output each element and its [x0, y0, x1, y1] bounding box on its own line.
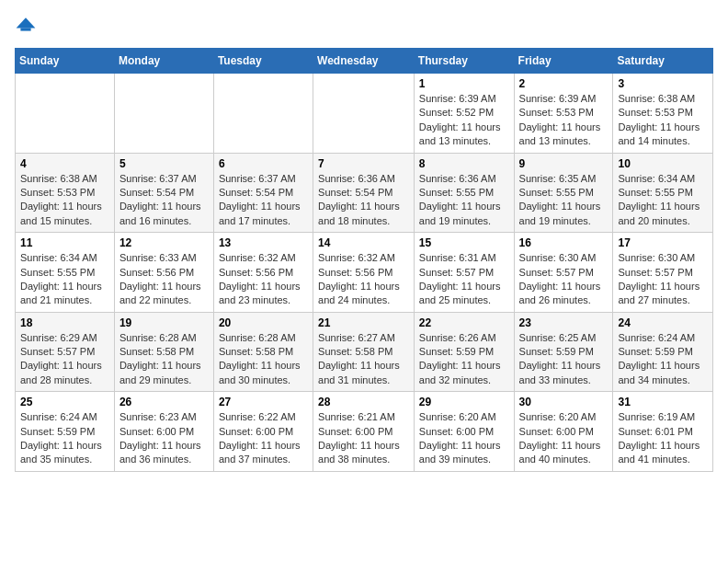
calendar-cell: 27Sunrise: 6:22 AM Sunset: 6:00 PM Dayli…	[213, 392, 313, 472]
day-number: 17	[618, 236, 708, 249]
svg-rect-1	[20, 28, 30, 30]
day-number: 1	[419, 77, 509, 90]
day-number: 14	[318, 236, 409, 249]
day-number: 31	[618, 396, 708, 408]
day-number: 26	[119, 396, 209, 408]
day-info: Sunrise: 6:39 AM Sunset: 5:53 PM Dayligh…	[519, 92, 609, 149]
day-info: Sunrise: 6:29 AM Sunset: 5:57 PM Dayligh…	[20, 331, 109, 388]
day-info: Sunrise: 6:36 AM Sunset: 5:54 PM Dayligh…	[318, 172, 409, 229]
calendar-cell: 11Sunrise: 6:34 AM Sunset: 5:55 PM Dayli…	[16, 233, 115, 313]
day-info: Sunrise: 6:30 AM Sunset: 5:57 PM Dayligh…	[519, 251, 609, 308]
calendar-cell	[16, 74, 115, 154]
weekday-header-friday: Friday	[514, 49, 613, 74]
day-number: 4	[20, 157, 109, 170]
calendar-cell	[114, 74, 213, 154]
calendar-cell: 17Sunrise: 6:30 AM Sunset: 5:57 PM Dayli…	[613, 233, 713, 313]
day-info: Sunrise: 6:32 AM Sunset: 5:56 PM Dayligh…	[318, 251, 409, 308]
weekday-header-saturday: Saturday	[613, 49, 713, 74]
day-number: 10	[618, 157, 708, 170]
day-info: Sunrise: 6:26 AM Sunset: 5:59 PM Dayligh…	[419, 331, 509, 388]
day-number: 24	[618, 316, 708, 329]
day-info: Sunrise: 6:32 AM Sunset: 5:56 PM Dayligh…	[219, 251, 308, 308]
weekday-header-thursday: Thursday	[414, 49, 514, 74]
day-info: Sunrise: 6:33 AM Sunset: 5:56 PM Dayligh…	[119, 251, 209, 308]
day-info: Sunrise: 6:34 AM Sunset: 5:55 PM Dayligh…	[618, 172, 708, 229]
calendar-cell: 29Sunrise: 6:20 AM Sunset: 6:00 PM Dayli…	[414, 392, 514, 472]
calendar-week-3: 18Sunrise: 6:29 AM Sunset: 5:57 PM Dayli…	[16, 312, 713, 392]
day-number: 2	[519, 77, 609, 90]
calendar-cell: 10Sunrise: 6:34 AM Sunset: 5:55 PM Dayli…	[613, 153, 713, 233]
weekday-header-wednesday: Wednesday	[313, 49, 415, 74]
day-info: Sunrise: 6:21 AM Sunset: 6:00 PM Dayligh…	[318, 410, 409, 467]
day-info: Sunrise: 6:28 AM Sunset: 5:58 PM Dayligh…	[119, 331, 209, 388]
day-number: 19	[119, 316, 209, 329]
calendar-cell	[313, 74, 415, 154]
day-number: 27	[219, 396, 308, 408]
day-info: Sunrise: 6:35 AM Sunset: 5:55 PM Dayligh…	[519, 172, 609, 229]
day-info: Sunrise: 6:34 AM Sunset: 5:55 PM Dayligh…	[20, 251, 109, 308]
calendar-cell: 6Sunrise: 6:37 AM Sunset: 5:54 PM Daylig…	[213, 153, 313, 233]
weekday-header-monday: Monday	[114, 49, 213, 74]
day-info: Sunrise: 6:24 AM Sunset: 5:59 PM Dayligh…	[618, 331, 708, 388]
day-number: 12	[119, 236, 209, 249]
weekday-header-sunday: Sunday	[16, 49, 115, 74]
day-info: Sunrise: 6:24 AM Sunset: 5:59 PM Dayligh…	[20, 410, 109, 467]
calendar-cell: 12Sunrise: 6:33 AM Sunset: 5:56 PM Dayli…	[114, 233, 213, 313]
calendar-cell: 18Sunrise: 6:29 AM Sunset: 5:57 PM Dayli…	[16, 312, 115, 392]
day-number: 8	[419, 157, 509, 170]
calendar-cell: 15Sunrise: 6:31 AM Sunset: 5:57 PM Dayli…	[414, 233, 514, 313]
day-info: Sunrise: 6:27 AM Sunset: 5:58 PM Dayligh…	[318, 331, 409, 388]
day-number: 23	[519, 316, 609, 329]
day-number: 11	[20, 236, 109, 249]
calendar-cell: 1Sunrise: 6:39 AM Sunset: 5:52 PM Daylig…	[414, 74, 514, 154]
calendar-cell: 23Sunrise: 6:25 AM Sunset: 5:59 PM Dayli…	[514, 312, 613, 392]
calendar-cell: 9Sunrise: 6:35 AM Sunset: 5:55 PM Daylig…	[514, 153, 613, 233]
calendar-cell: 4Sunrise: 6:38 AM Sunset: 5:53 PM Daylig…	[16, 153, 115, 233]
calendar-cell: 31Sunrise: 6:19 AM Sunset: 6:01 PM Dayli…	[613, 392, 713, 472]
svg-marker-0	[17, 17, 36, 28]
day-info: Sunrise: 6:31 AM Sunset: 5:57 PM Dayligh…	[419, 251, 509, 308]
day-info: Sunrise: 6:30 AM Sunset: 5:57 PM Dayligh…	[618, 251, 708, 308]
day-info: Sunrise: 6:39 AM Sunset: 5:52 PM Dayligh…	[419, 92, 509, 149]
calendar-cell: 28Sunrise: 6:21 AM Sunset: 6:00 PM Dayli…	[313, 392, 415, 472]
calendar-week-4: 25Sunrise: 6:24 AM Sunset: 5:59 PM Dayli…	[16, 392, 713, 472]
logo	[15, 15, 40, 37]
weekday-header-tuesday: Tuesday	[213, 49, 313, 74]
day-info: Sunrise: 6:28 AM Sunset: 5:58 PM Dayligh…	[219, 331, 308, 388]
day-number: 5	[119, 157, 209, 170]
day-number: 13	[219, 236, 308, 249]
calendar-week-1: 4Sunrise: 6:38 AM Sunset: 5:53 PM Daylig…	[16, 153, 713, 233]
calendar-cell: 8Sunrise: 6:36 AM Sunset: 5:55 PM Daylig…	[414, 153, 514, 233]
day-info: Sunrise: 6:20 AM Sunset: 6:00 PM Dayligh…	[519, 410, 609, 467]
day-number: 28	[318, 396, 409, 408]
calendar-cell: 25Sunrise: 6:24 AM Sunset: 5:59 PM Dayli…	[16, 392, 115, 472]
day-info: Sunrise: 6:38 AM Sunset: 5:53 PM Dayligh…	[618, 92, 708, 149]
calendar-cell: 13Sunrise: 6:32 AM Sunset: 5:56 PM Dayli…	[213, 233, 313, 313]
calendar-body: 1Sunrise: 6:39 AM Sunset: 5:52 PM Daylig…	[16, 74, 713, 472]
calendar-cell: 26Sunrise: 6:23 AM Sunset: 6:00 PM Dayli…	[114, 392, 213, 472]
calendar-cell: 21Sunrise: 6:27 AM Sunset: 5:58 PM Dayli…	[313, 312, 415, 392]
day-number: 22	[419, 316, 509, 329]
day-info: Sunrise: 6:36 AM Sunset: 5:55 PM Dayligh…	[419, 172, 509, 229]
calendar-header: SundayMondayTuesdayWednesdayThursdayFrid…	[16, 49, 713, 74]
day-info: Sunrise: 6:19 AM Sunset: 6:01 PM Dayligh…	[618, 410, 708, 467]
day-number: 29	[419, 396, 509, 408]
calendar-cell: 22Sunrise: 6:26 AM Sunset: 5:59 PM Dayli…	[414, 312, 514, 392]
day-info: Sunrise: 6:37 AM Sunset: 5:54 PM Dayligh…	[219, 172, 308, 229]
calendar-cell: 3Sunrise: 6:38 AM Sunset: 5:53 PM Daylig…	[613, 74, 713, 154]
calendar-table: SundayMondayTuesdayWednesdayThursdayFrid…	[15, 48, 713, 472]
day-number: 9	[519, 157, 609, 170]
page-header	[15, 15, 713, 37]
day-info: Sunrise: 6:38 AM Sunset: 5:53 PM Dayligh…	[20, 172, 109, 229]
day-info: Sunrise: 6:20 AM Sunset: 6:00 PM Dayligh…	[419, 410, 509, 467]
day-number: 30	[519, 396, 609, 408]
day-number: 21	[318, 316, 409, 329]
calendar-cell: 16Sunrise: 6:30 AM Sunset: 5:57 PM Dayli…	[514, 233, 613, 313]
calendar-cell: 24Sunrise: 6:24 AM Sunset: 5:59 PM Dayli…	[613, 312, 713, 392]
day-info: Sunrise: 6:37 AM Sunset: 5:54 PM Dayligh…	[119, 172, 209, 229]
calendar-cell: 14Sunrise: 6:32 AM Sunset: 5:56 PM Dayli…	[313, 233, 415, 313]
day-number: 18	[20, 316, 109, 329]
weekday-header-row: SundayMondayTuesdayWednesdayThursdayFrid…	[16, 49, 713, 74]
logo-icon	[15, 15, 37, 37]
calendar-cell: 2Sunrise: 6:39 AM Sunset: 5:53 PM Daylig…	[514, 74, 613, 154]
